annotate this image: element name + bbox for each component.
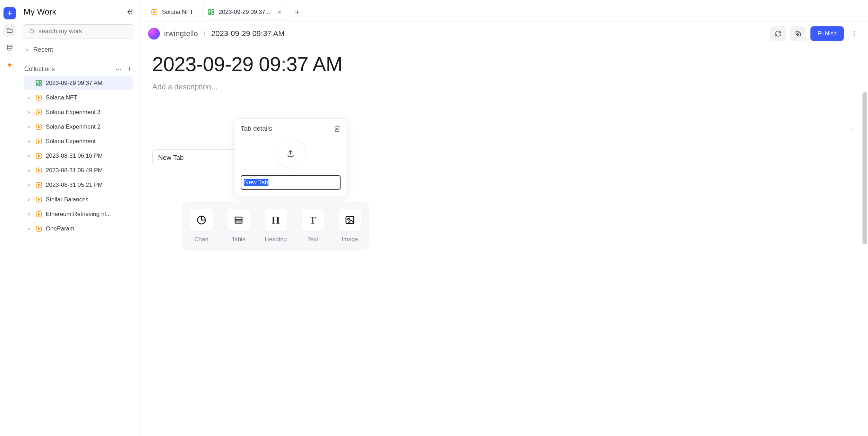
popover-title: Tab details [241, 125, 272, 132]
breadcrumb-bar: irwingtello / 2023-09-29 09:37 AM Publis… [140, 21, 868, 46]
svg-rect-14 [40, 84, 42, 86]
chevron-right-icon [27, 183, 32, 187]
svg-rect-41 [208, 14, 210, 15]
block-option-heading[interactable]: HHeading [265, 209, 287, 243]
tree-item[interactable]: Solana NFT [24, 91, 133, 105]
more-icon[interactable] [115, 66, 122, 73]
block-option-image[interactable]: Image [339, 209, 361, 243]
svg-line-6 [33, 33, 34, 34]
vertical-scrollbar[interactable] [862, 92, 868, 429]
trash-icon[interactable] [334, 125, 341, 132]
tree-item[interactable]: Solana Experiment 2 [24, 120, 133, 134]
tab-label: Solana NFT [162, 9, 194, 16]
copy-button[interactable] [790, 26, 806, 41]
kebab-menu-button[interactable] [848, 29, 860, 38]
block-option-label: Table [232, 236, 246, 243]
tree-item[interactable]: Ethereum:Retrieving nf... [24, 207, 133, 221]
heading-icon: H [265, 209, 287, 231]
breadcrumb-title: 2023-09-29 09:37 AM [211, 29, 285, 38]
search-icon [29, 28, 35, 35]
tree-item-label: OneParam [46, 225, 74, 232]
new-button[interactable] [3, 7, 16, 19]
resize-grip-icon[interactable] [849, 127, 854, 132]
close-icon[interactable] [277, 10, 282, 15]
tab[interactable]: Solana NFT [146, 5, 198, 19]
svg-marker-33 [38, 213, 40, 216]
add-collection-button[interactable] [126, 66, 132, 73]
refresh-button[interactable] [770, 26, 786, 41]
chevron-right-icon [27, 125, 32, 129]
upload-image-button[interactable] [276, 139, 306, 168]
scrollbar-thumb[interactable] [862, 92, 867, 244]
svg-marker-19 [38, 111, 40, 114]
tree-item[interactable]: 2023-08-31 05:49 PM [24, 164, 133, 177]
collections-tree: 2023-09-29 09:37 AMSolana NFTSolana Expe… [24, 76, 133, 236]
svg-point-2 [7, 45, 12, 47]
dashboard-icon [35, 80, 42, 87]
tree-item[interactable]: Solana Experiment 3 [24, 105, 133, 119]
tree-item[interactable]: Solana Experiment [24, 134, 133, 148]
avatar[interactable] [148, 28, 160, 40]
collapse-sidebar-button[interactable] [126, 8, 133, 16]
block-option-table[interactable]: Table [227, 209, 250, 243]
database-button[interactable] [3, 42, 16, 54]
svg-point-5 [30, 29, 34, 33]
svg-marker-37 [154, 11, 155, 13]
tab-name-input[interactable] [241, 175, 341, 190]
chevron-right-icon [27, 111, 32, 114]
recent-section-toggle[interactable]: Recent [24, 38, 133, 57]
svg-rect-40 [212, 12, 214, 15]
tree-item-label: Ethereum:Retrieving nf... [46, 211, 111, 218]
publish-button[interactable]: Publish [810, 26, 844, 41]
svg-marker-29 [38, 184, 40, 186]
tree-item[interactable]: Stellar Balances [24, 193, 133, 207]
svg-rect-13 [40, 81, 42, 82]
query-icon [35, 182, 42, 189]
tree-item-label: Solana Experiment [46, 138, 96, 145]
query-icon [151, 9, 158, 16]
svg-marker-21 [38, 126, 40, 128]
chevron-right-icon [25, 48, 29, 52]
table-icon [227, 209, 250, 231]
tree-item[interactable]: 2023-09-29 09:37 AM [24, 76, 133, 90]
svg-rect-12 [36, 81, 38, 84]
chevron-right-icon [27, 227, 32, 231]
tree-item-label: 2023-09-29 09:37 AM [46, 80, 103, 87]
main-panel: Solana NFT2023-09-29 09:37... irwingtell… [140, 0, 868, 436]
svg-rect-57 [346, 217, 354, 224]
tree-item[interactable]: OneParam [24, 222, 133, 236]
breadcrumb-user[interactable]: irwingtello [164, 29, 198, 38]
page-title[interactable]: 2023-09-29 09:37 AM [152, 52, 856, 76]
description-placeholder[interactable]: Add a description... [152, 82, 856, 91]
new-tab-button[interactable] [291, 6, 303, 18]
tree-item[interactable]: 2023-08-31 05:21 PM [24, 178, 133, 192]
query-icon [35, 225, 42, 232]
block-option-label: Image [342, 236, 358, 243]
tree-item-label: 2023-08-31 06:16 PM [46, 152, 103, 159]
tree-item-label: 2023-08-31 05:21 PM [46, 182, 103, 189]
search-input-wrapper[interactable] [24, 24, 133, 38]
search-input[interactable] [38, 28, 128, 35]
query-icon [35, 94, 42, 101]
tab[interactable]: 2023-09-29 09:37... [203, 5, 287, 19]
svg-rect-15 [36, 85, 38, 86]
text-icon: T [302, 209, 324, 231]
block-option-label: Heading [265, 236, 286, 243]
folder-button[interactable] [3, 24, 16, 37]
block-option-text[interactable]: TText [302, 209, 324, 243]
svg-point-8 [118, 69, 119, 70]
chevron-right-icon [27, 96, 32, 100]
tab-bar: Solana NFT2023-09-29 09:37... [140, 0, 868, 21]
svg-rect-39 [212, 9, 214, 11]
svg-rect-54 [235, 217, 242, 223]
svg-point-58 [348, 218, 350, 220]
tree-item[interactable]: 2023-08-31 06:16 PM [24, 149, 133, 163]
tree-item-label: Stellar Balances [46, 196, 88, 203]
sidebar: My Work Recent Collections 2023-09-29 09… [19, 0, 140, 436]
block-option-chart[interactable]: Chart [190, 209, 213, 243]
lightning-button[interactable] [3, 59, 16, 71]
svg-marker-25 [38, 155, 40, 157]
svg-point-49 [854, 33, 855, 34]
svg-point-7 [116, 69, 117, 70]
new-tab-pill-label: New Tab [158, 154, 184, 161]
